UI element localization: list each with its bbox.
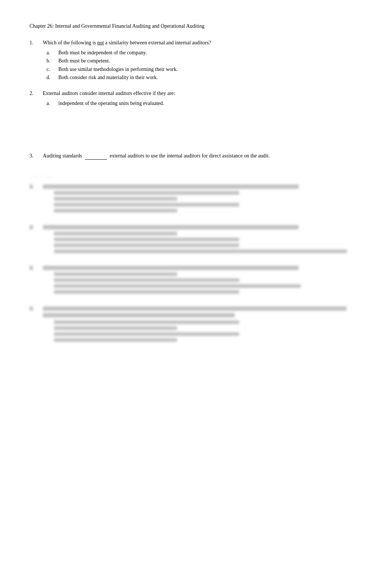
- answer-text-1a: Both must be independent of the company.: [58, 49, 147, 57]
- question-content-2: External auditors consider internal audi…: [43, 89, 362, 108]
- chapter-title: Chapter 26: Internal and Governmental Fi…: [30, 22, 362, 30]
- question-item-3: 3. Auditing standards external auditors …: [30, 152, 362, 162]
- question-number-3: 3.: [30, 152, 43, 162]
- blurred-item-4: [30, 184, 362, 215]
- question-content-3: Auditing standards external auditors to …: [43, 152, 362, 162]
- question-text-2: External auditors consider internal audi…: [43, 89, 362, 97]
- answer-letter-2a: a.: [47, 99, 58, 108]
- question-text-1: Which of the following is not a similari…: [43, 39, 362, 47]
- answer-letter-1b: b.: [47, 57, 58, 65]
- question-content-1: Which of the following is not a similari…: [43, 39, 362, 82]
- blurred-item-6: [30, 266, 362, 296]
- question-item-2: 2. External auditors consider internal a…: [30, 89, 362, 108]
- answer-list-2: a. independent of the operating units be…: [47, 99, 362, 108]
- blank-3: [85, 159, 107, 160]
- question-number-1: 1.: [30, 39, 43, 82]
- question-item-1: 1. Which of the following is not a simil…: [30, 39, 362, 82]
- question-number-2: 2.: [30, 89, 43, 108]
- answer-item-1d: d. Both consider risk and materiality in…: [47, 74, 362, 82]
- answer-list-1: a. Both must be independent of the compa…: [47, 49, 362, 82]
- answer-item-2a: a. independent of the operating units be…: [47, 99, 362, 108]
- blurred-section: [30, 177, 362, 344]
- answer-letter-1a: a.: [47, 49, 58, 57]
- question-list: 1. Which of the following is not a simil…: [30, 39, 362, 162]
- page-content: Chapter 26: Internal and Governmental Fi…: [30, 22, 362, 344]
- blurred-item-5: [30, 225, 362, 255]
- answer-letter-1c: c.: [47, 65, 58, 74]
- section-divider: [30, 177, 52, 177]
- answer-item-1b: b. Both must be competent.: [47, 57, 362, 65]
- answer-letter-1d: d.: [47, 74, 58, 82]
- answer-text-1d: Both consider risk and materiality in th…: [58, 74, 158, 82]
- answer-item-1c: c. Both use similar methodologies in per…: [47, 65, 362, 74]
- answer-text-1c: Both use similar methodologies in perfor…: [58, 65, 178, 74]
- blurred-item-7: [30, 306, 362, 344]
- answer-text-2a: independent of the operating units being…: [58, 99, 164, 108]
- question-text-3: Auditing standards external auditors to …: [43, 152, 362, 160]
- answer-item-1a: a. Both must be independent of the compa…: [47, 49, 362, 57]
- answer-text-1b: Both must be competent.: [58, 57, 110, 65]
